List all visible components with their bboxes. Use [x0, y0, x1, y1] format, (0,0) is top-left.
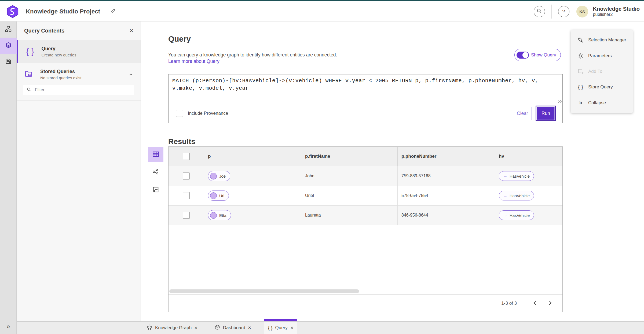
filter-input[interactable]: [34, 87, 131, 93]
panel-title: Query Contents: [24, 28, 64, 34]
stored-queries-text: Stored Queries No stored queries exist: [40, 69, 81, 80]
relationship-chip[interactable]: →HasVehicle: [499, 210, 534, 220]
tool-label: Collapse: [588, 100, 606, 106]
expand-rail-button[interactable]: »: [0, 321, 17, 332]
help-button[interactable]: ?: [558, 6, 569, 17]
table-icon: [152, 150, 159, 159]
show-query-toggle[interactable]: [517, 52, 529, 59]
arrow-right-icon: →: [503, 193, 507, 198]
stored-queries-icon: [24, 70, 33, 79]
stored-queries-subtitle: No stored queries exist: [40, 76, 81, 80]
braces-icon: { }: [577, 84, 584, 90]
entity-chip[interactable]: Joe: [208, 171, 230, 181]
previous-page-button[interactable]: [529, 297, 541, 309]
query-item-text: Query Create new queries: [41, 46, 76, 57]
next-page-button[interactable]: [544, 297, 556, 309]
clear-button[interactable]: Clear: [513, 107, 532, 120]
table-view-button[interactable]: [148, 147, 163, 162]
relationship-chip[interactable]: →HasVehicle: [499, 171, 534, 181]
close-tab-button[interactable]: ✕: [194, 325, 198, 330]
select-all-checkbox[interactable]: [183, 153, 190, 160]
dashboard-gauge-icon: [214, 324, 220, 332]
rail-item-data-model[interactable]: [0, 21, 17, 38]
column-header-firstname[interactable]: p.firstName: [301, 147, 398, 166]
query-description: You can query a knowledge graph to ident…: [168, 52, 337, 58]
double-chevron-icon: »: [6, 323, 10, 330]
tab-label: Query: [275, 325, 287, 331]
collapse-button[interactable]: » Collapse: [571, 96, 633, 110]
tab-query[interactable]: { } Query ✕: [264, 322, 297, 334]
double-chevron-icon: »: [577, 100, 584, 106]
show-query-label: Show Query: [531, 52, 556, 58]
entity-chip[interactable]: Uri: [208, 191, 229, 201]
bottom-tab-bar: Knowledge Graph ✕ Dashboard ✕ { } Query …: [17, 321, 644, 334]
tab-dashboard[interactable]: Dashboard ✕: [211, 322, 255, 334]
phone-cell: 846-956-8644: [401, 213, 428, 218]
query-textarea[interactable]: MATCH (p:Person)-[hv:HasVehicle]->(v:Veh…: [169, 74, 562, 104]
map-icon: [152, 186, 159, 194]
entity-chip[interactable]: Etta: [208, 210, 231, 220]
filter-box: [23, 85, 134, 95]
close-tab-button[interactable]: ✕: [248, 325, 251, 330]
braces-icon: { }: [268, 325, 272, 331]
tab-label: Knowledge Graph: [155, 325, 192, 331]
arrow-right-icon: →: [503, 213, 507, 218]
query-tools-panel: Selection Manager Parameters Add To { } …: [571, 30, 633, 113]
table-row: Etta Lauretta 846-956-8644 →HasVehicle: [169, 206, 562, 225]
toggle-knob: [522, 52, 528, 58]
entity-dot-icon: [210, 192, 217, 199]
store-query-button[interactable]: { } Store Query: [571, 80, 633, 94]
column-header-hv[interactable]: hv: [495, 147, 562, 166]
horizontal-scrollbar[interactable]: [169, 289, 359, 293]
pagination-range: 1-3 of 3: [501, 301, 517, 306]
show-query-toggle-group[interactable]: Show Query: [514, 49, 561, 61]
panel-close-button[interactable]: ✕: [129, 28, 134, 34]
rail-item-contents[interactable]: [0, 38, 17, 54]
link-chart-view-button[interactable]: [148, 164, 163, 180]
row-checkbox[interactable]: [183, 212, 190, 219]
tool-label: Parameters: [588, 53, 612, 59]
header-divider: [551, 5, 552, 19]
link-chart-icon: [152, 168, 159, 176]
close-tab-button[interactable]: ✕: [290, 325, 294, 330]
arrow-right-icon: →: [503, 174, 507, 178]
learn-more-link[interactable]: Learn more about Query: [168, 59, 219, 64]
column-header-p[interactable]: p: [204, 147, 301, 166]
save-icon: [5, 58, 12, 66]
selection-manager-icon: [577, 37, 584, 43]
app-logo-icon[interactable]: [6, 5, 19, 18]
relationship-chip[interactable]: →HasVehicle: [499, 191, 534, 200]
entity-dot-icon: [210, 212, 217, 219]
selection-manager-button[interactable]: Selection Manager: [571, 33, 633, 47]
query-buttons: Clear Run: [513, 106, 556, 121]
tabs: Knowledge Graph ✕ Dashboard ✕ { } Query …: [143, 322, 297, 334]
tab-label: Dashboard: [223, 325, 245, 331]
pencil-icon: [110, 8, 116, 15]
panel-item-query[interactable]: { } Query Create new queries: [17, 40, 141, 63]
row-checkbox[interactable]: [183, 192, 190, 199]
include-provenance-checkbox[interactable]: [176, 110, 183, 117]
avatar[interactable]: KS: [576, 6, 588, 17]
row-checkbox[interactable]: [183, 173, 190, 179]
relationship-label: HasVehicle: [510, 213, 530, 218]
stored-queries-header[interactable]: Stored Queries No stored queries exist: [17, 67, 141, 81]
parameters-button[interactable]: Parameters: [571, 49, 633, 63]
results-heading: Results: [168, 137, 195, 146]
chevron-up-icon[interactable]: [128, 72, 134, 77]
map-view-button[interactable]: [148, 182, 163, 198]
sitemap-icon: [5, 26, 12, 34]
edit-title-button[interactable]: [110, 8, 116, 15]
table-pagination: 1-3 of 3: [169, 294, 562, 312]
run-button[interactable]: Run: [536, 106, 556, 121]
column-header-phonenumber[interactable]: p.phoneNumber: [398, 147, 495, 166]
tab-knowledge-graph[interactable]: Knowledge Graph ✕: [143, 322, 202, 334]
entity-label: Etta: [219, 213, 226, 218]
add-to-button: Add To: [571, 64, 633, 78]
rail-item-save[interactable]: [0, 54, 17, 70]
active-tab-indicator: [264, 319, 297, 321]
layers-icon: [5, 42, 12, 50]
user-info[interactable]: Knowledge Studio publisher2: [593, 6, 640, 17]
close-icon: ✕: [194, 325, 198, 330]
app-header: Knowledge Studio Project ? KS Knowledge …: [0, 2, 644, 21]
search-button[interactable]: [534, 6, 545, 17]
